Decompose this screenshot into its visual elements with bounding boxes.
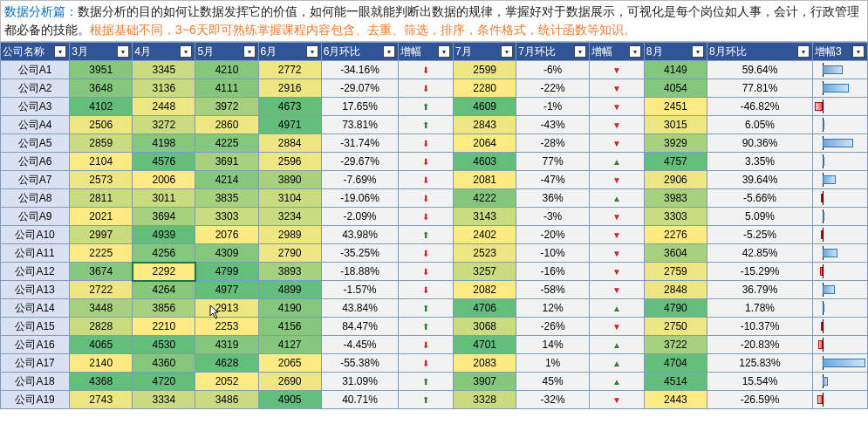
cell-company[interactable]: 公司A8 <box>1 189 70 208</box>
cell-p6[interactable]: -4.45% <box>321 336 398 354</box>
col-header-6[interactable]: 增幅▾ <box>399 43 454 61</box>
cell-a6[interactable]: ⬆ <box>399 226 454 244</box>
cell-databar[interactable] <box>813 208 868 226</box>
cell-m5[interactable]: 3691 <box>195 153 258 171</box>
cell-m3[interactable]: 2021 <box>70 208 133 226</box>
cell-m3[interactable]: 2743 <box>70 391 133 409</box>
cell-t7[interactable]: ▲ <box>590 189 645 208</box>
cell-p6[interactable]: 43.98% <box>321 226 398 244</box>
cell-m6[interactable]: 3890 <box>258 171 321 189</box>
cell-p8[interactable]: 15.54% <box>707 373 813 391</box>
cell-m4[interactable]: 3856 <box>133 299 195 318</box>
cell-m7[interactable]: 2280 <box>454 79 516 98</box>
cell-m6[interactable]: 2690 <box>258 373 321 391</box>
cell-m4[interactable]: 4360 <box>133 354 195 373</box>
table-row[interactable]: 公司A23648313641112916-29.07%⬇2280-22%▼405… <box>1 79 868 98</box>
cell-m5[interactable]: 2076 <box>195 226 258 244</box>
cell-m3[interactable]: 2859 <box>70 134 133 153</box>
cell-company[interactable]: 公司A12 <box>1 263 70 281</box>
cell-m4[interactable]: 4530 <box>133 336 195 354</box>
filter-dropdown-icon[interactable]: ▾ <box>501 45 513 58</box>
cell-a6[interactable]: ⬆ <box>399 116 454 134</box>
cell-m7[interactable]: 3257 <box>454 263 516 281</box>
cell-m5[interactable]: 4210 <box>195 61 258 79</box>
col-header-1[interactable]: 3月▾ <box>70 43 133 61</box>
cell-p7[interactable]: 77% <box>516 153 590 171</box>
filter-dropdown-icon[interactable]: ▾ <box>54 45 66 58</box>
cell-m8[interactable]: 2906 <box>644 171 707 189</box>
cell-m7[interactable]: 2064 <box>454 134 516 153</box>
cell-databar[interactable] <box>813 61 868 79</box>
cell-databar[interactable] <box>813 189 868 208</box>
cell-p8[interactable]: 125.83% <box>707 354 813 373</box>
cell-a6[interactable]: ⬇ <box>399 61 454 79</box>
cell-databar[interactable] <box>813 281 868 299</box>
cell-t7[interactable]: ▲ <box>590 153 645 171</box>
table-row[interactable]: 公司A10299749392076298943.98%⬆2402-20%▼227… <box>1 226 868 244</box>
cell-m6[interactable]: 4127 <box>258 336 321 354</box>
cell-p6[interactable]: 43.84% <box>321 299 398 318</box>
cell-company[interactable]: 公司A15 <box>1 318 70 336</box>
cell-a6[interactable]: ⬇ <box>399 281 454 299</box>
table-row[interactable]: 公司A72573200642143890-7.69%⬇2081-47%▼2906… <box>1 171 868 189</box>
cell-m4[interactable]: 3345 <box>133 61 195 79</box>
cell-m4[interactable]: 3136 <box>133 79 195 98</box>
cell-m4[interactable]: 4198 <box>133 134 195 153</box>
filter-dropdown-icon[interactable]: ▾ <box>797 45 810 58</box>
data-table[interactable]: 公司名称▾3月▾4月▾5月▾6月▾6月环比▾增幅▾7月▾7月环比▾增幅▾8月▾8… <box>0 42 868 409</box>
cell-company[interactable]: 公司A4 <box>1 116 70 134</box>
cell-m8[interactable]: 2443 <box>644 391 707 409</box>
cell-m5[interactable]: 2913 <box>195 299 258 318</box>
cell-p6[interactable]: -55.38% <box>321 354 398 373</box>
cell-company[interactable]: 公司A13 <box>1 281 70 299</box>
filter-dropdown-icon[interactable]: ▾ <box>692 45 704 58</box>
cell-a6[interactable]: ⬇ <box>399 244 454 263</box>
cell-m4[interactable]: 4264 <box>133 281 195 299</box>
cell-p8[interactable]: 1.78% <box>707 299 813 318</box>
cell-m3[interactable]: 2722 <box>70 281 133 299</box>
cell-m6[interactable]: 2916 <box>258 79 321 98</box>
cell-p8[interactable]: 59.64% <box>707 61 813 79</box>
col-header-0[interactable]: 公司名称▾ <box>1 43 70 61</box>
cell-m8[interactable]: 2848 <box>644 281 707 299</box>
cell-t7[interactable]: ▼ <box>590 281 645 299</box>
cell-m7[interactable]: 3068 <box>454 318 516 336</box>
col-header-4[interactable]: 6月▾ <box>258 43 321 61</box>
cell-m5[interactable]: 2860 <box>195 116 258 134</box>
cell-m6[interactable]: 2772 <box>258 61 321 79</box>
filter-dropdown-icon[interactable]: ▾ <box>438 45 450 58</box>
cell-t7[interactable]: ▼ <box>590 226 645 244</box>
cell-m8[interactable]: 4790 <box>644 299 707 318</box>
cell-p6[interactable]: -2.09% <box>321 208 398 226</box>
filter-dropdown-icon[interactable]: ▾ <box>629 45 641 58</box>
cell-p8[interactable]: 39.64% <box>707 171 813 189</box>
cell-t7[interactable]: ▼ <box>590 134 645 153</box>
col-header-10[interactable]: 8月▾ <box>644 43 707 61</box>
cell-m7[interactable]: 2402 <box>454 226 516 244</box>
cell-p7[interactable]: -43% <box>516 116 590 134</box>
cell-m6[interactable]: 4190 <box>258 299 321 318</box>
cell-m4[interactable]: 4576 <box>133 153 195 171</box>
cell-t7[interactable]: ▼ <box>590 98 645 116</box>
cell-p7[interactable]: 1% <box>516 354 590 373</box>
cell-p7[interactable]: -20% <box>516 226 590 244</box>
cell-p8[interactable]: 5.09% <box>707 208 813 226</box>
cell-p6[interactable]: -18.88% <box>321 263 398 281</box>
cell-p6[interactable]: -34.16% <box>321 61 398 79</box>
cell-p7[interactable]: 45% <box>516 373 590 391</box>
col-header-7[interactable]: 7月▾ <box>454 43 516 61</box>
cell-databar[interactable] <box>813 134 868 153</box>
cell-p6[interactable]: 17.65% <box>321 98 398 116</box>
cell-m8[interactable]: 4149 <box>644 61 707 79</box>
cell-m4[interactable]: 4256 <box>133 244 195 263</box>
cell-p7[interactable]: 14% <box>516 336 590 354</box>
table-row[interactable]: 公司A4250632722860497173.81%⬆2843-43%▼3015… <box>1 116 868 134</box>
col-header-12[interactable]: 增幅3▾ <box>813 43 868 61</box>
cell-p6[interactable]: -1.57% <box>321 281 398 299</box>
cell-company[interactable]: 公司A14 <box>1 299 70 318</box>
cell-m5[interactable]: 4319 <box>195 336 258 354</box>
col-header-9[interactable]: 增幅▾ <box>590 43 645 61</box>
cell-company[interactable]: 公司A5 <box>1 134 70 153</box>
cell-m3[interactable]: 4065 <box>70 336 133 354</box>
table-row[interactable]: 公司A164065453043194127-4.45%⬇470114%▲3722… <box>1 336 868 354</box>
